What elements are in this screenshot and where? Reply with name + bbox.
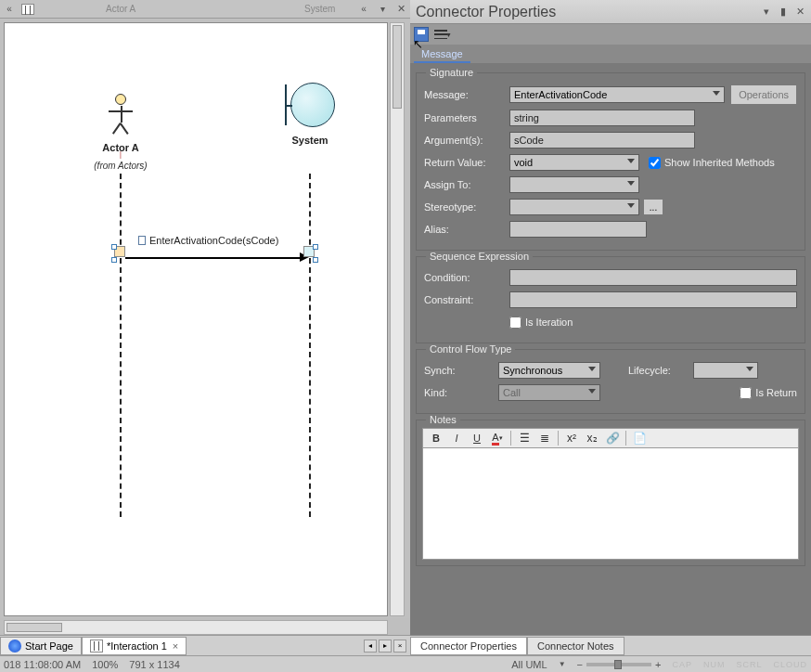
tab-close-button[interactable]: ×	[173, 640, 178, 652]
top-tab-actor[interactable]: Actor A	[89, 4, 152, 14]
font-color-button[interactable]: A▾	[488, 430, 507, 446]
subscript-button[interactable]: x₂	[583, 430, 601, 446]
tabs-prev-button[interactable]: «	[2, 2, 17, 17]
tab-nav-close[interactable]: ×	[393, 640, 406, 653]
properties-toolbar: ▼ ↖	[410, 24, 811, 45]
resize-handle[interactable]	[111, 244, 117, 250]
show-inherited-input[interactable]	[649, 157, 661, 169]
arguments-input[interactable]	[509, 132, 695, 149]
top-tab-system[interactable]: System	[288, 4, 352, 14]
bullet-list-button[interactable]: ☰	[515, 430, 534, 446]
tab-interaction[interactable]: *Interaction 1 ×	[82, 637, 187, 655]
stereotype-browse-button[interactable]: ...	[643, 199, 663, 215]
tabs-dropdown-button[interactable]: ▾	[375, 2, 390, 17]
scrl-indicator: SCRL	[736, 660, 762, 669]
iteration-input[interactable]	[509, 317, 521, 329]
status-time: 018 11:08:00 AM	[4, 659, 81, 670]
zoom-thumb[interactable]	[614, 660, 622, 669]
vscroll-thumb[interactable]	[393, 25, 402, 109]
properties-pane: Connector Properties ▾ ▮ ✕ ▼ ↖ Message S…	[410, 0, 811, 655]
zoom-slider[interactable]: − +	[577, 659, 662, 670]
constraint-input[interactable]	[509, 291, 797, 308]
constraint-label: Constraint:	[424, 294, 509, 305]
condition-input[interactable]	[509, 269, 797, 286]
diagram-tabbar: « Actor A System « ▾ ✕	[0, 0, 410, 19]
bold-button[interactable]: B	[427, 430, 445, 446]
new-note-button[interactable]: 📄	[630, 430, 649, 446]
synch-label: Synch:	[424, 365, 498, 376]
zoom-in-button[interactable]: +	[655, 659, 661, 670]
hyperlink-button[interactable]: 🔗	[603, 430, 622, 446]
resize-handle[interactable]	[313, 257, 318, 263]
zoom-track[interactable]	[586, 663, 651, 666]
panel-menu-button[interactable]: ▾	[761, 6, 772, 18]
parameters-label: Parameters	[424, 112, 509, 123]
status-mode[interactable]: All UML	[511, 659, 547, 670]
tabs-close-button[interactable]: ✕	[393, 2, 408, 17]
properties-bottom-tabs: Connector Properties Connector Notes	[410, 635, 811, 655]
actor-system[interactable]: System	[270, 83, 350, 146]
superscript-button[interactable]: x²	[562, 430, 581, 446]
tab-nav-next[interactable]: ▸	[379, 640, 392, 653]
zoom-out-button[interactable]: −	[577, 659, 583, 670]
notes-toolbar: B I U A▾ ☰ ≣ x² x₂ 🔗 📄	[422, 428, 799, 448]
return-label: Return Value:	[424, 157, 509, 168]
show-inherited-checkbox[interactable]: Show Inherited Methods	[649, 157, 775, 169]
hscroll-thumb[interactable]	[6, 623, 62, 632]
bottom-tab-notes[interactable]: Connector Notes	[527, 637, 624, 655]
fieldset-flow: Control Flow Type Synch: Synchronous Lif…	[416, 349, 805, 414]
resize-handle[interactable]	[111, 257, 117, 263]
is-return-input[interactable]	[740, 387, 752, 399]
flow-legend: Control Flow Type	[426, 343, 515, 355]
underline-button[interactable]: U	[468, 430, 486, 446]
operations-button[interactable]: Operations	[730, 84, 797, 105]
sequence-icon	[90, 640, 103, 653]
return-combo[interactable]: void	[509, 154, 639, 171]
tab-start-label: Start Page	[25, 640, 73, 652]
panel-pin-button[interactable]: ▮	[778, 6, 789, 18]
options-menu-button[interactable]: ▼	[434, 30, 452, 39]
canvas-hscrollbar[interactable]	[4, 620, 388, 635]
actor-a[interactable]: Actor A I (from Actors)	[84, 94, 158, 171]
status-zoom: 100%	[92, 659, 118, 670]
properties-title: Connector Properties	[416, 4, 556, 20]
alias-input[interactable]	[509, 221, 647, 238]
tabs-next-button[interactable]: «	[356, 2, 371, 17]
canvas-wrap: Actor A I (from Actors) System En	[0, 19, 410, 618]
message-connector[interactable]: EnterActivationCode(sCode)	[120, 250, 309, 265]
resize-handle[interactable]	[313, 244, 318, 250]
stereotype-combo[interactable]	[509, 199, 639, 215]
message-label[interactable]: EnterActivationCode(sCode)	[149, 235, 278, 246]
sequence-icon[interactable]	[20, 2, 35, 17]
number-list-button[interactable]: ≣	[535, 430, 554, 446]
system-name: System	[270, 135, 350, 146]
iteration-checkbox[interactable]: Is Iteration	[509, 317, 573, 329]
lifecycle-combo[interactable]	[693, 362, 758, 379]
lifeline-system[interactable]	[309, 174, 311, 517]
bottom-tab-properties[interactable]: Connector Properties	[410, 637, 527, 655]
fieldset-notes: Notes B I U A▾ ☰ ≣ x² x₂ 🔗 📄	[416, 420, 805, 566]
canvas-vscrollbar[interactable]	[390, 22, 405, 616]
message-combo[interactable]: EnterActivationCode	[509, 86, 725, 103]
notes-legend: Notes	[426, 414, 460, 425]
lifeline-actor-a[interactable]	[120, 174, 122, 517]
arguments-label: Argument(s):	[424, 135, 509, 146]
tab-nav-prev[interactable]: ◂	[364, 640, 377, 653]
is-return-checkbox[interactable]: Is Return	[740, 387, 797, 399]
subtab-message[interactable]: Message	[414, 46, 470, 63]
alias-label: Alias:	[424, 224, 509, 235]
panel-close-button[interactable]: ✕	[794, 6, 805, 18]
properties-body: Signature Message: EnterActivationCode O…	[410, 63, 811, 635]
assign-combo[interactable]	[509, 176, 639, 193]
diagram-canvas[interactable]: Actor A I (from Actors) System En	[4, 22, 388, 616]
italic-button[interactable]: I	[447, 430, 466, 446]
tab-start-page[interactable]: Start Page	[0, 637, 82, 655]
show-inherited-label: Show Inherited Methods	[664, 157, 775, 168]
message-label: Message:	[424, 89, 509, 100]
synch-combo[interactable]: Synchronous	[498, 362, 600, 379]
properties-subtabs: Message	[410, 45, 811, 63]
save-button[interactable]	[414, 27, 429, 42]
parameters-input[interactable]	[509, 110, 695, 126]
notes-textarea[interactable]	[422, 448, 799, 560]
status-mode-caret[interactable]: ▼	[559, 660, 566, 668]
